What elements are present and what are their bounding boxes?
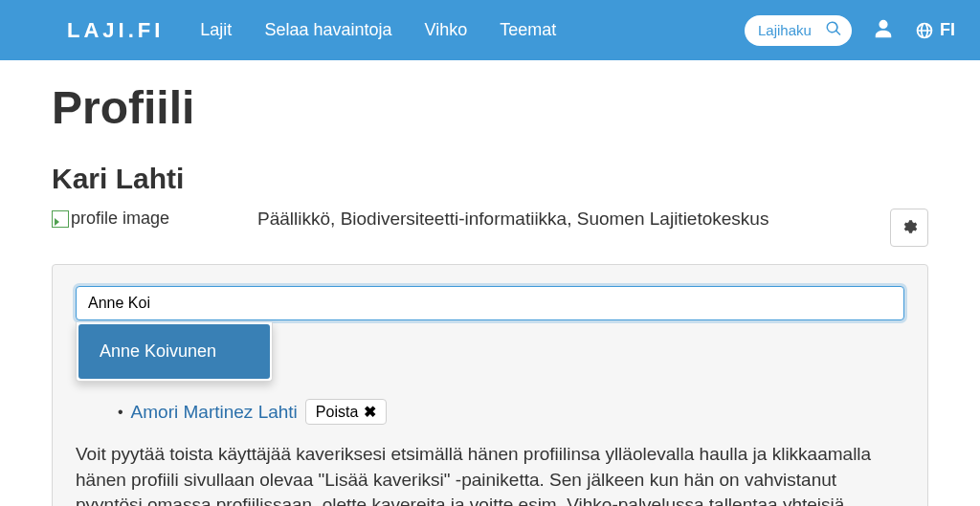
profile-header: profile image Päällikkö, Biodiversiteett… — [52, 209, 928, 247]
nav-link-teemat[interactable]: Teemat — [500, 20, 556, 40]
nav-right: FI — [745, 15, 955, 46]
language-label: FI — [940, 20, 955, 40]
nav-link-lajit[interactable]: Lajit — [200, 20, 232, 40]
profile-image-alt: profile image — [71, 209, 169, 229]
page-title: Profiili — [52, 81, 928, 134]
profile-image-placeholder: profile image — [52, 209, 169, 229]
search-icon — [825, 20, 842, 41]
profile-settings-button[interactable] — [890, 209, 928, 247]
nav-links: Lajit Selaa havaintoja Vihko Teemat — [200, 20, 556, 40]
profile-role: Päällikkö, Biodiversiteetti-informatiikk… — [257, 209, 768, 230]
friends-panel: Anne Koivunen • Amori Martinez Lahti Poi… — [52, 264, 928, 506]
remove-friend-button[interactable]: Poista ✖ — [305, 399, 387, 425]
navbar: LAJI.FI Lajit Selaa havaintoja Vihko Tee… — [0, 0, 980, 60]
species-search-input[interactable] — [758, 22, 825, 38]
friend-search-dropdown: Anne Koivunen — [76, 322, 273, 382]
friend-list-item: • Amori Martinez Lahti Poista ✖ — [118, 399, 904, 425]
brand-logo[interactable]: LAJI.FI — [67, 18, 164, 43]
language-switch[interactable]: FI — [915, 20, 955, 40]
gear-icon — [901, 218, 918, 238]
bullet-icon: • — [118, 404, 123, 421]
friend-search-input[interactable] — [76, 286, 904, 320]
nav-link-vihko[interactable]: Vihko — [424, 20, 467, 40]
broken-image-icon — [52, 210, 69, 228]
friend-link[interactable]: Amori Martinez Lahti — [131, 402, 298, 423]
species-search[interactable] — [745, 15, 852, 46]
user-icon[interactable] — [873, 18, 894, 43]
friends-help-text: Voit pyytää toista käyttäjää kaveriksesi… — [76, 442, 904, 506]
friend-suggestion[interactable]: Anne Koivunen — [78, 324, 270, 379]
page: Profiili Kari Lahti profile image Päälli… — [0, 60, 980, 506]
close-icon: ✖ — [364, 403, 376, 421]
nav-link-selaa[interactable]: Selaa havaintoja — [264, 20, 391, 40]
profile-user-name: Kari Lahti — [52, 163, 928, 195]
remove-friend-label: Poista — [316, 404, 358, 421]
